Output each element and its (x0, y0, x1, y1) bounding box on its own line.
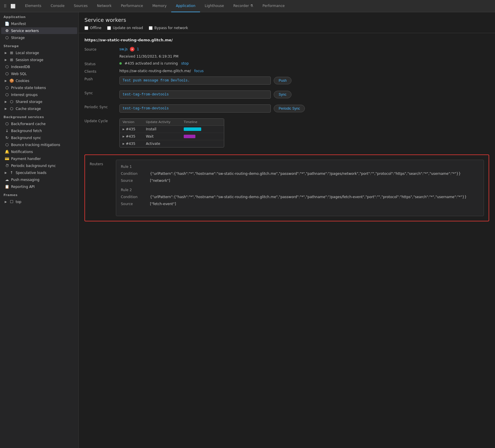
tab-elements[interactable]: Elements (20, 0, 46, 12)
sidebar-item-periodic-background-sync[interactable]: ⏱ Periodic background sync (1, 162, 77, 169)
expand-arrow-icon: ▶ (5, 171, 7, 174)
sync-input[interactable] (119, 90, 271, 99)
tab-memory[interactable]: Memory (148, 0, 171, 12)
push-input[interactable] (119, 77, 271, 85)
tab-network[interactable]: Network (92, 0, 116, 12)
manifest-icon: 📄 (5, 22, 9, 26)
condition-label: Condition (121, 194, 150, 200)
rule-2-grid: Condition {"urlPattern":{"hash":"*","hos… (121, 194, 479, 207)
sidebar-item-push-messaging[interactable]: ☁ Push messaging (1, 176, 77, 183)
timeline-bar-purple (184, 135, 195, 138)
sidebar-item-payment-handler[interactable]: 💳 Payment handler (1, 155, 77, 162)
update-on-reload-checkbox[interactable]: Update on reload (107, 26, 143, 30)
stop-link[interactable]: stop (181, 61, 189, 65)
bypass-for-network-checkbox[interactable]: Bypass for network (149, 26, 188, 30)
private-state-icon: ⬡ (5, 86, 9, 90)
info-grid: Source sw.js ✕ 1 Received 11/30/2023, 6:… (84, 47, 489, 150)
bypass-for-network-input[interactable] (149, 26, 153, 30)
tab-lighthouse[interactable]: Lighthouse (200, 0, 229, 12)
sidebar-item-indexeddb[interactable]: ⬡ IndexedDB (1, 63, 77, 70)
periodic-sync-input[interactable] (119, 104, 271, 113)
push-button[interactable]: Push (274, 77, 291, 84)
update-cycle-label: Update Cycle (84, 118, 119, 123)
periodic-sync-button[interactable]: Periodic Sync (274, 105, 305, 112)
col-version: Version (123, 120, 146, 124)
speculative-loads-icon: ↑ (9, 170, 14, 175)
sidebar-item-label: Storage (11, 36, 25, 40)
row-expand-icon: ▶ (123, 135, 125, 138)
offline-checkbox[interactable]: Offline (84, 26, 101, 30)
sidebar-item-label: Local storage (16, 51, 39, 55)
devtools-icon[interactable]: ⠿ (2, 3, 8, 9)
sidebar-item-cookies[interactable]: ▶ 🍪 Cookies (1, 77, 77, 84)
sidebar-item-frames-top[interactable]: ▶ ☐ top (1, 198, 77, 205)
worker-url: https://sw-static-routing-demo.glitch.me… (84, 38, 489, 42)
tab-recorder[interactable]: Recorder ⚗ (229, 0, 258, 12)
status-value: #435 activated and is running stop (119, 61, 489, 65)
sidebar-item-manifest[interactable]: 📄 Manifest (1, 20, 77, 27)
col-activity: Update Activity (146, 120, 184, 124)
push-input-row: Push (119, 77, 489, 85)
sidebar-item-local-storage[interactable]: ▶ ⊞ Local storage (1, 49, 77, 56)
sidebar-item-label: Service workers (11, 29, 39, 33)
expand-arrow-icon: ▶ (5, 200, 7, 203)
sidebar-item-shared-storage[interactable]: ▶ ⬡ Shared storage (1, 98, 77, 105)
payment-handler-icon: 💳 (5, 157, 9, 161)
source-number-link[interactable]: 1 (137, 47, 139, 51)
table-row: ▶ #435 Activate (120, 140, 224, 147)
content-panel: Service workers Offline Update on reload… (79, 12, 495, 448)
sidebar-item-back-forward-cache[interactable]: ⬡ Back/forward cache (1, 120, 77, 127)
offline-checkbox-input[interactable] (84, 26, 88, 30)
source-label: Source (121, 178, 150, 183)
timeline-bar-cyan (184, 127, 201, 131)
expand-arrow-icon: ▶ (5, 58, 7, 61)
sidebar-item-interest-groups[interactable]: ⬡ Interest groups (1, 91, 77, 98)
sidebar-item-cache-storage[interactable]: ▶ ⬡ Cache storage (1, 105, 77, 112)
cache-storage-icon: ⬡ (9, 106, 14, 111)
storage-icon: ⬡ (5, 35, 9, 40)
sidebar-item-private-state-tokens[interactable]: ⬡ Private state tokens (1, 84, 77, 91)
tab-sources[interactable]: Sources (69, 0, 92, 12)
table-row: ▶ #435 Wait (120, 133, 224, 140)
clients-value: https://sw-static-routing-demo.glitch.me… (119, 69, 489, 73)
routers-label: Routers (90, 160, 110, 166)
sidebar-section-storage: Storage (0, 41, 78, 49)
row-expand-icon: ▶ (123, 128, 125, 131)
sidebar-section-application: Application (0, 12, 78, 20)
sidebar-item-reporting-api[interactable]: 📋 Reporting API (1, 183, 77, 190)
rule-1-grid: Condition {"urlPattern":{"hash":"*","hos… (121, 171, 479, 183)
tab-console[interactable]: Console (46, 0, 69, 12)
sidebar-item-service-workers[interactable]: ⚙ Service workers (1, 27, 77, 34)
source-link[interactable]: sw.js (119, 47, 128, 51)
tab-application[interactable]: Application (171, 0, 200, 12)
status-dot (119, 62, 122, 65)
sidebar-item-speculative-loads[interactable]: ▶ ↑ Speculative loads (1, 169, 77, 176)
update-on-reload-input[interactable] (107, 26, 111, 30)
tab-performance2[interactable]: Performance (258, 0, 289, 12)
sidebar-item-background-fetch[interactable]: ↓ Background fetch (1, 127, 77, 134)
sidebar-item-bounce-tracking[interactable]: ⬡ Bounce tracking mitigations (1, 141, 77, 148)
sidebar-item-background-sync[interactable]: ↻ Background sync (1, 134, 77, 141)
sidebar-item-storage[interactable]: ⬡ Storage (1, 34, 77, 41)
sidebar-item-web-sql[interactable]: ⬡ Web SQL (1, 70, 77, 77)
sidebar-item-label: Bounce tracking mitigations (11, 143, 60, 147)
push-messaging-icon: ☁ (5, 177, 9, 182)
push-label: Push (84, 77, 119, 81)
inspect-icon[interactable]: ⬜ (10, 3, 16, 9)
expand-arrow-icon: ▶ (5, 79, 7, 82)
sidebar-item-notifications[interactable]: 🔔 Notifications (1, 148, 77, 155)
periodic-input-row: Periodic Sync (119, 104, 489, 113)
routers-content: Rule 1 Condition {"urlPattern":{"hash":"… (116, 160, 484, 216)
sidebar-item-label: Web SQL (11, 72, 27, 76)
rule-1-heading: Rule 1 (121, 165, 479, 169)
sidebar-item-session-storage[interactable]: ▶ ⊞ Session storage (1, 56, 77, 63)
reporting-api-icon: 📋 (5, 184, 9, 189)
focus-link[interactable]: focus (194, 69, 204, 73)
sidebar-item-label: Cache storage (16, 107, 41, 111)
tab-performance[interactable]: Performance (116, 0, 148, 12)
sync-button[interactable]: Sync (274, 91, 291, 98)
source-label: Source (121, 201, 150, 207)
frame-icon: ☐ (9, 200, 14, 204)
sync-input-row: Sync (119, 90, 489, 99)
notifications-icon: 🔔 (5, 150, 9, 154)
